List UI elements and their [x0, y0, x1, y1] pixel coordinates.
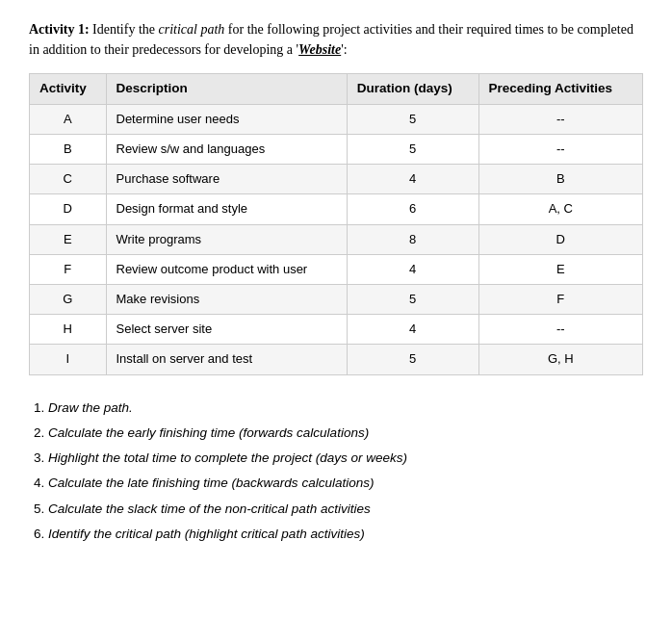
- cell-activity: D: [30, 194, 107, 224]
- table-row: DDesign format and style6A, C: [30, 194, 643, 224]
- cell-description: Select server site: [106, 315, 347, 345]
- instruction-item: Calculate the late finishing time (backw…: [48, 474, 643, 493]
- table-header: Activity Description Duration (days) Pre…: [30, 74, 643, 105]
- table-row: IInstall on server and test5G, H: [30, 345, 643, 374]
- cell-activity: E: [30, 224, 107, 254]
- cell-activity: H: [30, 315, 107, 345]
- cell-duration: 5: [347, 135, 478, 165]
- instruction-item: Highlight the total time to complete the…: [48, 449, 643, 468]
- table-row: HSelect server site4--: [30, 315, 643, 345]
- cell-duration: 4: [347, 315, 478, 345]
- instruction-item: Draw the path.: [48, 398, 643, 418]
- table-row: BReview s/w and languages5--: [30, 135, 643, 165]
- intro-text1: Identify the: [90, 22, 159, 37]
- cell-preceding: --: [478, 104, 642, 134]
- activity-label: Activity 1:: [29, 22, 90, 37]
- cell-description: Write programs: [106, 224, 347, 254]
- cell-duration: 8: [347, 224, 478, 254]
- cell-activity: F: [30, 254, 107, 284]
- cell-activity: A: [30, 104, 107, 134]
- cell-duration: 4: [347, 165, 478, 194]
- cell-preceding: A, C: [478, 194, 642, 224]
- instruction-item: Identify the critical path (highlight cr…: [48, 525, 643, 544]
- cell-duration: 4: [347, 254, 478, 284]
- cell-preceding: G, H: [478, 345, 642, 374]
- cell-preceding: E: [478, 254, 642, 284]
- instruction-item: Calculate the early finishing time (forw…: [48, 424, 643, 443]
- cell-description: Determine user needs: [106, 104, 347, 134]
- col-header-description: Description: [106, 74, 347, 105]
- cell-description: Design format and style: [106, 194, 347, 224]
- header-row: Activity Description Duration (days) Pre…: [30, 74, 643, 105]
- table-row: GMake revisions5F: [30, 285, 643, 315]
- cell-activity: G: [30, 285, 107, 315]
- cell-activity: B: [30, 135, 107, 165]
- col-header-preceding: Preceding Activities: [478, 74, 642, 105]
- table-row: CPurchase software4B: [30, 165, 643, 194]
- cell-duration: 5: [347, 345, 478, 374]
- instruction-item: Calculate the slack time of the non-crit…: [48, 500, 643, 519]
- table-body: ADetermine user needs5--BReview s/w and …: [30, 104, 643, 374]
- table-row: FReview outcome product with user4E: [30, 254, 643, 284]
- cell-duration: 6: [347, 194, 478, 224]
- cell-description: Review s/w and languages: [106, 135, 347, 165]
- cell-duration: 5: [347, 285, 478, 315]
- table-row: EWrite programs8D: [30, 224, 643, 254]
- activities-table: Activity Description Duration (days) Pre…: [29, 73, 643, 375]
- cell-preceding: --: [478, 315, 642, 345]
- cell-activity: C: [30, 165, 107, 194]
- intro-paragraph: Activity 1: Identify the critical path f…: [29, 19, 643, 60]
- cell-description: Purchase software: [106, 165, 347, 194]
- cell-duration: 5: [347, 104, 478, 134]
- cell-preceding: F: [478, 285, 642, 315]
- cell-description: Review outcome product with user: [106, 254, 347, 284]
- intro-critical-path: critical path: [159, 22, 225, 37]
- cell-preceding: D: [478, 224, 642, 254]
- table-row: ADetermine user needs5--: [30, 104, 643, 134]
- cell-activity: I: [30, 345, 107, 374]
- cell-description: Make revisions: [106, 285, 347, 315]
- intro-text3: ':: [341, 42, 347, 57]
- cell-preceding: B: [478, 165, 642, 194]
- instructions-list: Draw the path.Calculate the early finish…: [29, 398, 643, 545]
- col-header-activity: Activity: [30, 74, 107, 105]
- cell-preceding: --: [478, 135, 642, 165]
- intro-website: Website: [298, 42, 341, 57]
- col-header-duration: Duration (days): [347, 74, 478, 105]
- cell-description: Install on server and test: [106, 345, 347, 374]
